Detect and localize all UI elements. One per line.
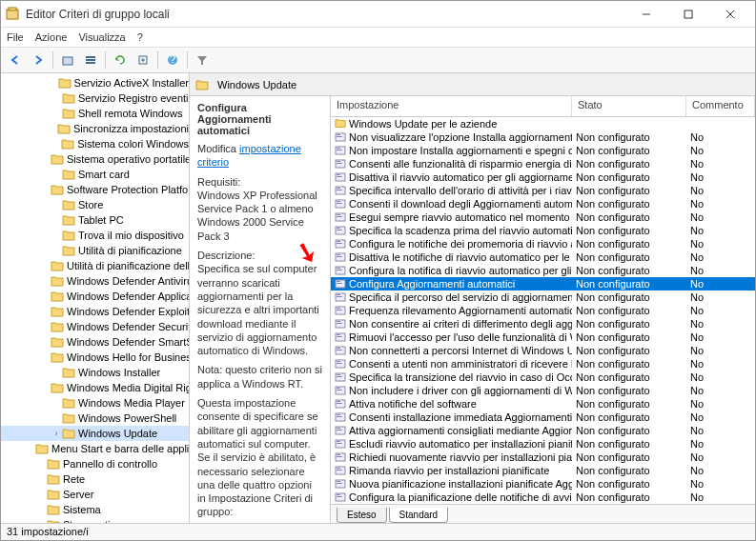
settings-list[interactable]: Windows Update per le aziendeNon visuali… xyxy=(331,117,755,504)
folder-icon xyxy=(51,184,64,195)
twisty-icon[interactable]: › xyxy=(51,429,62,438)
setting-icon xyxy=(335,331,346,343)
tree-node[interactable]: Software Protection Platform xyxy=(1,182,189,197)
list-item[interactable]: Richiedi nuovamente riavvio per installa… xyxy=(331,451,755,464)
tree-node[interactable]: Smart card xyxy=(1,167,189,182)
minimize-button[interactable] xyxy=(625,1,667,28)
tree-node[interactable]: Windows Defender Security Center xyxy=(1,319,189,334)
tree-node[interactable]: Tablet PC xyxy=(1,212,189,228)
menu-file[interactable]: File xyxy=(7,31,24,43)
setting-comment: No xyxy=(686,211,755,223)
list-item[interactable]: Non visualizzare l'opzione Installa aggi… xyxy=(331,130,755,144)
svg-rect-56 xyxy=(337,321,340,322)
list-item[interactable]: Configura la notifica di riavvio automat… xyxy=(331,264,755,277)
help-button[interactable]: ? xyxy=(162,50,183,70)
list-item[interactable]: Windows Update per le aziende xyxy=(331,117,755,130)
tab-standard[interactable]: Standard xyxy=(389,508,449,523)
col-stato[interactable]: Stato xyxy=(572,96,686,116)
tree-node[interactable]: Utilità di pianificazione della manutenz… xyxy=(1,258,189,273)
tree-node[interactable]: Windows Defender Application Guard xyxy=(1,289,189,304)
menu-azione[interactable]: Azione xyxy=(35,31,68,43)
tree-node[interactable]: Windows Defender Exploit Guard xyxy=(1,304,189,319)
tree-node[interactable]: Sincronizza impostazioni xyxy=(1,121,189,136)
list-item[interactable]: Configura Aggiornamenti automaticiNon co… xyxy=(331,277,755,291)
list-item[interactable]: Frequenza rilevamento Aggiornamenti auto… xyxy=(331,304,755,317)
tree-node[interactable]: Servizio ActiveX Installer xyxy=(1,75,189,90)
tree-node[interactable]: Server xyxy=(1,487,189,502)
tree-node[interactable]: Windows Media Digital Rights xyxy=(1,380,189,395)
tree-node[interactable]: Store xyxy=(1,197,189,212)
tree-node[interactable]: Menu Start e barra delle applicazioni xyxy=(1,441,189,456)
tab-esteso[interactable]: Esteso xyxy=(337,508,387,523)
list-item[interactable]: Non connetterti a percorsi Internet di W… xyxy=(331,344,755,357)
refresh-button[interactable] xyxy=(110,50,131,70)
list-item[interactable]: Consenti a utenti non amministratori di … xyxy=(331,357,755,371)
list-item[interactable]: Nuova pianificazione installazioni piani… xyxy=(331,477,755,491)
tree-node[interactable]: Pannello di controllo xyxy=(1,456,189,471)
list-item[interactable]: Escludi riavvio automatico per installaz… xyxy=(331,437,755,451)
list-item[interactable]: Specifica intervallo dell'orario di atti… xyxy=(331,184,755,197)
menu-visualizza[interactable]: Visualizza xyxy=(78,31,125,43)
list-button[interactable] xyxy=(80,50,101,70)
setting-comment: No xyxy=(686,345,755,356)
tree-node[interactable]: Rete xyxy=(1,471,189,487)
list-item[interactable]: Non impostare Installa aggiornamenti e s… xyxy=(331,144,755,157)
back-button[interactable] xyxy=(5,50,26,70)
export-button[interactable] xyxy=(133,50,153,70)
setting-icon xyxy=(335,238,346,250)
tree-node[interactable]: ›Windows Update xyxy=(1,426,189,441)
filter-button[interactable] xyxy=(192,50,213,70)
tree-node[interactable]: Trova il mio dispositivo xyxy=(1,228,189,243)
svg-rect-7 xyxy=(86,56,95,58)
tree-node[interactable]: Windows PowerShell xyxy=(1,411,189,426)
tree-node[interactable]: Servizio Registro eventi xyxy=(1,90,189,106)
tree-node[interactable]: Utilità di pianificazione xyxy=(1,243,189,258)
list-item[interactable]: Rimuovi l'accesso per l'uso delle funzio… xyxy=(331,331,755,344)
tree-label: Servizio ActiveX Installer xyxy=(74,77,189,89)
list-item[interactable]: Consenti il download degli Aggiornamenti… xyxy=(331,197,755,210)
folder-icon xyxy=(51,351,64,363)
svg-rect-83 xyxy=(337,441,340,442)
up-button[interactable] xyxy=(57,50,78,70)
menu-help[interactable]: ? xyxy=(137,31,143,43)
list-item[interactable]: Disattiva il riavvio automatico per gli … xyxy=(331,170,755,184)
list-item[interactable]: Specifica la scadenza prima del riavvio … xyxy=(331,224,755,237)
list-item[interactable]: Disattiva le notifiche di riavvio automa… xyxy=(331,250,755,264)
list-item[interactable]: Attiva aggiornamenti consigliati mediant… xyxy=(331,424,755,437)
list-item[interactable]: Non consentire ai criteri di differiment… xyxy=(331,317,755,331)
setting-icon xyxy=(335,425,346,436)
forward-button[interactable] xyxy=(28,50,49,70)
list-item[interactable]: Specifica la transizione del riavvio in … xyxy=(331,371,755,384)
svg-rect-41 xyxy=(337,254,340,255)
tree-node[interactable]: Sistema operativo portatile xyxy=(1,151,189,167)
tree-node[interactable]: Shell remota Windows xyxy=(1,106,189,121)
tree-node[interactable]: Windows Hello for Business xyxy=(1,350,189,365)
list-item[interactable]: Configura le notifiche dei promemoria di… xyxy=(331,237,755,250)
list-item[interactable]: Consenti alle funzionalità di risparmio … xyxy=(331,157,755,170)
tree-node[interactable]: Sistema colori Windows xyxy=(1,136,189,151)
list-item[interactable]: Specifica il percorso del servizio di ag… xyxy=(331,291,755,304)
close-button[interactable] xyxy=(709,1,751,28)
list-item[interactable]: Non includere i driver con gli aggiornam… xyxy=(331,384,755,397)
col-commento[interactable]: Commento xyxy=(686,96,755,116)
list-item[interactable]: Rimanda riavvio per installazioni pianif… xyxy=(331,464,755,477)
list-item[interactable]: Configura la pianificazione delle notifi… xyxy=(331,491,755,504)
svg-rect-6 xyxy=(63,57,72,65)
tree-node[interactable]: Sistema xyxy=(1,502,189,517)
tree-node[interactable]: Windows Defender SmartScreen xyxy=(1,334,189,350)
col-impostazione[interactable]: Impostazione xyxy=(331,96,572,116)
setting-icon xyxy=(335,451,346,463)
list-item[interactable]: Attiva notifiche del softwareNon configu… xyxy=(331,397,755,411)
setting-comment: No xyxy=(686,478,755,490)
setting-comment: No xyxy=(686,171,755,183)
tree-node[interactable]: Windows Installer xyxy=(1,365,189,380)
maximize-button[interactable] xyxy=(667,1,709,28)
tree-node[interactable]: Windows Defender Antivirus xyxy=(1,273,189,289)
list-item[interactable]: Consenti installazione immediata Aggiorn… xyxy=(331,411,755,424)
tree-panel[interactable]: Servizio ActiveX InstallerServizio Regis… xyxy=(1,73,190,523)
list-item[interactable]: Esegui sempre riavvio automatico nel mom… xyxy=(331,210,755,224)
folder-icon xyxy=(51,291,64,302)
status-bar: 31 impostazione/i xyxy=(1,523,755,540)
tree-node[interactable]: Windows Media Player xyxy=(1,395,189,411)
svg-rect-51 xyxy=(337,296,342,297)
